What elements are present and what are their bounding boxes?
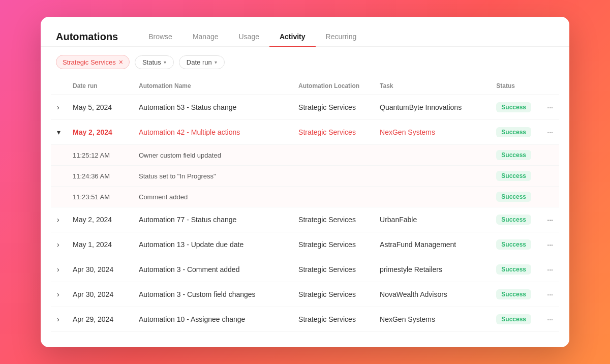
row-date: Apr 29, 2024	[67, 307, 133, 332]
sub-status: Success	[490, 187, 541, 207]
col-automation-name: Automation Name	[133, 77, 292, 95]
row-menu[interactable]: ···	[541, 257, 559, 282]
row-menu[interactable]: ···	[541, 307, 559, 332]
tab-recurring[interactable]: Recurring	[316, 27, 367, 47]
row-task: NexGen Systems	[374, 120, 490, 145]
sub-expand-placeholder	[51, 166, 67, 187]
row-task: UrbanFable	[374, 207, 490, 232]
row-menu[interactable]: ···	[541, 207, 559, 232]
row-status: Success	[490, 282, 541, 307]
row-date: May 5, 2024	[67, 95, 133, 120]
table-row[interactable]: › Apr 30, 2024 Automation 3 - Comment ad…	[51, 257, 559, 282]
row-menu[interactable]: ···	[541, 95, 559, 120]
table-row[interactable]: › May 5, 2024 Automation 53 - Status cha…	[51, 95, 559, 120]
status-filter-label: Status	[142, 58, 161, 66]
status-badge: Success	[496, 127, 531, 137]
row-automation-name: Automation 42 - Multiple actions	[133, 120, 292, 145]
date-run-filter-label: Date run	[187, 58, 212, 66]
table-row[interactable]: › Apr 29, 2024 Automation 10 - Assignee …	[51, 307, 559, 332]
filter-tag-remove[interactable]: ×	[119, 58, 123, 66]
row-automation-location: Strategic Services	[292, 282, 374, 307]
row-expand-chevron[interactable]: ›	[51, 207, 67, 232]
row-automation-name: Automation 3 - Custom field changes	[133, 282, 292, 307]
row-expand-chevron[interactable]: ▾	[51, 120, 67, 145]
row-expand-chevron[interactable]: ›	[51, 282, 67, 307]
sub-expand-placeholder	[51, 145, 67, 166]
table-row[interactable]: › May 1, 2024 Automation 13 - Update due…	[51, 232, 559, 257]
row-automation-location: Strategic Services	[292, 232, 374, 257]
row-expand-chevron[interactable]: ›	[51, 232, 67, 257]
row-automation-name: Automation 3 - Comment added	[133, 257, 292, 282]
row-menu[interactable]: ···	[541, 120, 559, 145]
sub-menu-empty	[541, 166, 559, 187]
status-badge: Success	[496, 289, 531, 299]
row-date: May 2, 2024	[67, 120, 133, 145]
status-filter-chevron: ▾	[164, 59, 166, 65]
row-date: May 1, 2024	[67, 232, 133, 257]
table-row[interactable]: › May 2, 2024 Automation 77 - Status cha…	[51, 207, 559, 232]
sub-status-badge: Success	[496, 192, 531, 202]
sub-location-empty	[292, 145, 374, 166]
nav-tabs: Browse Manage Usage Activity Recurring	[138, 27, 554, 46]
sub-menu-empty	[541, 187, 559, 207]
tab-browse[interactable]: Browse	[138, 27, 182, 47]
sub-action: Status set to "In Progress"	[133, 166, 292, 187]
filters-bar: Strategic Services × Status ▾ Date run ▾	[41, 47, 569, 77]
status-filter-button[interactable]: Status ▾	[135, 55, 174, 69]
sub-status: Success	[490, 166, 541, 187]
row-expand-chevron[interactable]: ›	[51, 257, 67, 282]
row-status: Success	[490, 257, 541, 282]
row-task: NexGen Systems	[374, 307, 490, 332]
row-status: Success	[490, 95, 541, 120]
col-menu	[541, 77, 559, 95]
filter-tag-strategic[interactable]: Strategic Services ×	[56, 55, 130, 69]
row-menu[interactable]: ···	[541, 282, 559, 307]
sub-status-badge: Success	[496, 171, 531, 181]
sub-menu-empty	[541, 145, 559, 166]
tab-usage[interactable]: Usage	[229, 27, 269, 47]
row-automation-name: Automation 53 - Status change	[133, 95, 292, 120]
col-task: Task	[374, 77, 490, 95]
table-sub-row: 11:24:36 AM Status set to "In Progress" …	[51, 166, 559, 187]
date-run-filter-chevron: ▾	[215, 59, 217, 65]
row-status: Success	[490, 307, 541, 332]
col-expand	[51, 77, 67, 95]
col-date-run: Date run	[67, 77, 133, 95]
table-container: Date run Automation Name Automation Loca…	[41, 77, 569, 347]
row-task: QuantumByte Innovations	[374, 95, 490, 120]
sub-task-empty	[374, 187, 490, 207]
table-sub-row: 11:25:12 AM Owner custom field updated S…	[51, 145, 559, 166]
main-card: Automations Browse Manage Usage Activity…	[41, 17, 569, 347]
sub-location-empty	[292, 166, 374, 187]
sub-time: 11:24:36 AM	[67, 166, 133, 187]
row-status: Success	[490, 120, 541, 145]
row-automation-name: Automation 10 - Assignee change	[133, 307, 292, 332]
tab-activity[interactable]: Activity	[269, 27, 316, 47]
sub-expand-placeholder	[51, 187, 67, 207]
row-automation-location: Strategic Services	[292, 207, 374, 232]
tab-manage[interactable]: Manage	[182, 27, 229, 47]
sub-task-empty	[374, 166, 490, 187]
status-badge: Success	[496, 102, 531, 112]
row-expand-chevron[interactable]: ›	[51, 307, 67, 332]
row-automation-location: Strategic Services	[292, 95, 374, 120]
activity-table: Date run Automation Name Automation Loca…	[51, 77, 559, 332]
table-row[interactable]: ▾ May 2, 2024 Automation 42 - Multiple a…	[51, 120, 559, 145]
table-sub-row: 11:23:51 AM Comment added Success	[51, 187, 559, 207]
row-automation-location: Strategic Services	[292, 257, 374, 282]
row-menu[interactable]: ···	[541, 232, 559, 257]
row-date: Apr 30, 2024	[67, 282, 133, 307]
sub-action: Owner custom field updated	[133, 145, 292, 166]
table-row[interactable]: › Apr 30, 2024 Automation 3 - Custom fie…	[51, 282, 559, 307]
sub-location-empty	[292, 187, 374, 207]
row-automation-name: Automation 13 - Update due date	[133, 232, 292, 257]
row-status: Success	[490, 232, 541, 257]
row-date: Apr 30, 2024	[67, 257, 133, 282]
col-status: Status	[490, 77, 541, 95]
sub-status-badge: Success	[496, 150, 531, 160]
date-run-filter-button[interactable]: Date run ▾	[179, 55, 225, 69]
row-expand-chevron[interactable]: ›	[51, 95, 67, 120]
row-task: AstraFund Management	[374, 232, 490, 257]
status-badge: Success	[496, 314, 531, 324]
row-automation-location: Strategic Services	[292, 307, 374, 332]
